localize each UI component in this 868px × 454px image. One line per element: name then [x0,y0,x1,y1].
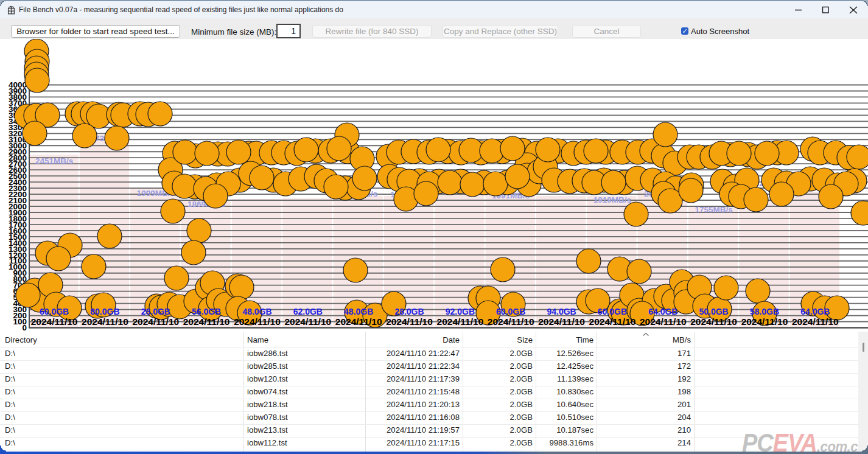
svg-text:64.0GB: 64.0GB [800,307,830,316]
svg-text:2024/11/10: 2024/11/10 [183,316,230,327]
svg-text:2024/11/10: 2024/11/10 [792,316,839,327]
svg-text:2024/11/10: 2024/11/10 [386,316,433,327]
svg-text:92.0GB: 92.0GB [446,307,475,316]
svg-text:2024/11/10: 2024/11/10 [437,316,484,327]
svg-text:2024/11/10: 2024/11/10 [31,316,78,327]
svg-text:2024/11/10: 2024/11/10 [234,316,281,327]
svg-text:48.0GB: 48.0GB [242,307,271,316]
svg-text:2451MB/s: 2451MB/s [35,156,73,166]
svg-text:60.0GB: 60.0GB [496,307,525,316]
svg-text:62.0GB: 62.0GB [293,307,323,316]
svg-text:2024/11/10: 2024/11/10 [284,316,331,327]
svg-text:60.0GB: 60.0GB [40,307,69,316]
svg-text:2024/11/10: 2024/11/10 [640,316,687,327]
svg-text:64.0GB: 64.0GB [648,307,677,316]
svg-text:2024/11/10: 2024/11/10 [690,316,737,327]
svg-text:1755MB/s: 1755MB/s [695,205,732,214]
svg-text:2024/11/10: 2024/11/10 [82,316,128,327]
svg-text:2024/11/10: 2024/11/10 [538,316,585,327]
svg-text:2024/11/10: 2024/11/10 [741,316,788,327]
svg-text:28.0GB: 28.0GB [141,307,170,316]
svg-text:50.0GB: 50.0GB [699,307,728,316]
svg-text:28.0GB: 28.0GB [394,307,424,316]
svg-text:58.0GB: 58.0GB [750,307,779,316]
svg-text:48.0GB: 48.0GB [344,307,373,316]
svg-text:60.0GB: 60.0GB [598,307,627,316]
svg-text:4000: 4000 [9,80,27,89]
svg-text:2024/11/10: 2024/11/10 [335,316,382,327]
svg-text:2024/11/10: 2024/11/10 [488,316,534,327]
svg-text:56.0GB: 56.0GB [192,307,221,316]
svg-text:2024/11/10: 2024/11/10 [132,316,179,327]
svg-text:94.0GB: 94.0GB [547,307,576,316]
svg-text:1919MB/s: 1919MB/s [593,195,631,204]
svg-text:80.0GB: 80.0GB [90,307,119,316]
svg-text:2024/11/10: 2024/11/10 [589,316,636,327]
